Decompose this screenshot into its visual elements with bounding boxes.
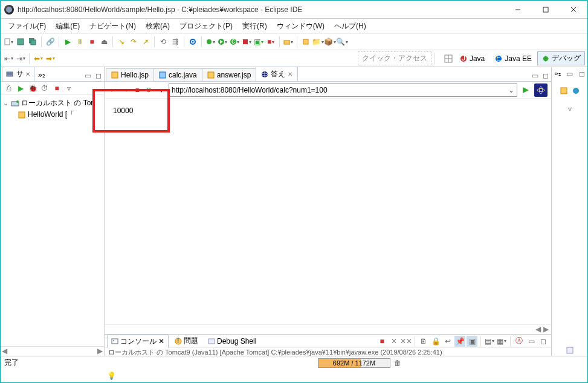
center-scrollbar[interactable]: ◀▶ [105, 324, 551, 334]
menu-project[interactable]: プロジェクト(P) [175, 20, 237, 33]
maximize-console-button[interactable]: ◻ [538, 336, 549, 347]
debug-dropdown[interactable] [205, 36, 216, 47]
open-perspective-button[interactable] [443, 53, 454, 64]
save-all-button[interactable] [27, 36, 38, 47]
console-open-button[interactable]: ▤ [484, 336, 495, 347]
forward-button[interactable]: ➡ [45, 53, 56, 64]
console-display-button[interactable]: ▦ [496, 336, 507, 347]
minimize-editor-button[interactable]: ▭ [529, 70, 540, 81]
minimize-button[interactable] [504, 1, 532, 19]
package-button[interactable] [300, 36, 311, 47]
close-tab-icon[interactable]: ✕ [158, 337, 164, 345]
new-server-dropdown[interactable] [283, 36, 294, 47]
console-show-button[interactable]: ▣ [467, 336, 477, 347]
expand-icon[interactable]: ⌄ [2, 100, 9, 106]
run-dropdown[interactable] [217, 36, 228, 47]
minimize-view-button[interactable]: ▭ [82, 70, 93, 81]
view-menu-button[interactable]: ▿ [63, 83, 74, 94]
indent-button[interactable]: ⇤ [3, 53, 14, 64]
project-dropdown[interactable]: 📦 [325, 36, 335, 47]
maximize-button[interactable] [532, 1, 560, 19]
tree-app-label: HelloWorld [「 [28, 110, 74, 120]
resume-button[interactable]: ▶ [62, 36, 73, 47]
debug-server-button[interactable]: 🐞 [27, 83, 38, 94]
menu-help[interactable]: ヘルプ(H) [329, 20, 371, 33]
terminate-button[interactable]: ■ [86, 36, 97, 47]
url-dropdown-icon[interactable]: ⌄ [508, 86, 514, 94]
breakpoints-icon[interactable] [570, 85, 581, 96]
console-removeall-button[interactable]: ✕✕ [401, 336, 412, 347]
minimize-right-button[interactable]: ▭ [564, 68, 575, 79]
console-wrap-button[interactable]: ↩ [442, 336, 453, 347]
menu-window[interactable]: ウィンドウ(W) [272, 20, 329, 33]
gear-button[interactable] [187, 36, 198, 47]
debugshell-tab[interactable]: Debug Shell [204, 336, 260, 347]
external-browser-button[interactable] [534, 83, 548, 97]
maximize-view-button[interactable]: ◻ [93, 70, 104, 81]
problems-tab[interactable]: ! 問題 [171, 335, 202, 347]
coverage-dropdown[interactable]: c [229, 36, 240, 47]
menu-file[interactable]: ファイル(F) [3, 20, 51, 33]
new-button[interactable] [3, 36, 14, 47]
start-button[interactable]: ▶ [15, 83, 26, 94]
tab-hello-jsp[interactable]: Hello.jsp [106, 68, 154, 81]
tree-server-row[interactable]: ⌄ ローカルホスト の Tor [2, 97, 103, 109]
menu-edit[interactable]: 編集(E) [51, 20, 85, 33]
console-clear-button[interactable]: 🗎 [418, 336, 429, 347]
close-button[interactable] [560, 1, 587, 19]
menu-run[interactable]: 実行(R) [237, 20, 272, 33]
step-into-button[interactable]: ↘ [116, 36, 127, 47]
save-button[interactable] [15, 36, 26, 47]
folder-dropdown[interactable]: 📁 [312, 36, 323, 47]
tab-calc-java[interactable]: calc.java [153, 68, 202, 81]
maximize-editor-button[interactable]: ◻ [540, 70, 551, 81]
profile-dropdown[interactable]: ■ [265, 36, 276, 47]
close-tab-icon[interactable]: ✕ [25, 71, 30, 77]
outdent-button[interactable]: ⇥ [15, 53, 26, 64]
stop-button[interactable]: ■ [51, 83, 62, 94]
back-button[interactable]: ⬅ [33, 53, 44, 64]
menu-search[interactable]: 検索(A) [141, 20, 175, 33]
left-scrollbar[interactable]: ◀▶ [1, 346, 104, 356]
variables-icon[interactable] [558, 85, 569, 96]
console-terminate-button[interactable]: ■ [376, 336, 387, 347]
gc-button[interactable]: 🗑 [393, 358, 402, 368]
go-button[interactable] [520, 84, 532, 96]
filter-button[interactable]: ⇶ [170, 36, 181, 47]
step-over-button[interactable]: ↷ [128, 36, 139, 47]
link-button[interactable]: 🔗 [45, 36, 56, 47]
console-scroll-lock-button[interactable]: 🔒 [430, 336, 441, 347]
disconnect-button[interactable]: ⏏ [99, 36, 109, 47]
right-menu-button[interactable]: ▿ [564, 103, 575, 114]
url-input[interactable]: http://localhost:8080/HelloWorld/calc?nu… [169, 83, 517, 97]
overflow-tab[interactable]: »₂ [34, 69, 49, 81]
perspective-debug[interactable]: デバッグ [537, 51, 585, 65]
search-dropdown[interactable]: 🔍 [337, 36, 347, 47]
maximize-right-button[interactable]: ◻ [577, 68, 587, 79]
right-overflow-tab[interactable]: »₂ [552, 68, 563, 79]
close-tab-icon[interactable]: ✕ [288, 71, 292, 77]
profile-server-button[interactable]: ⏱ [39, 83, 50, 94]
tab-answer-jsp[interactable]: answer.jsp [202, 68, 257, 81]
menu-navigate[interactable]: ナビゲート(N) [85, 20, 141, 33]
drop-frame-button[interactable]: ⟲ [158, 36, 169, 47]
outline-icon[interactable] [564, 345, 575, 356]
publish-button[interactable]: ⎙ [3, 83, 14, 94]
console-pin-button[interactable]: 📌 [454, 336, 465, 347]
perspective-javaee[interactable]: EE Java EE [490, 53, 536, 65]
svg-rect-34 [160, 72, 166, 78]
console-ansi-button[interactable]: Ⓐ [514, 336, 525, 347]
tab-answer-browser[interactable]: 答え ✕ [256, 67, 298, 81]
quick-access[interactable]: クイック・アクセス [358, 51, 431, 65]
step-return-button[interactable]: ↗ [140, 36, 151, 47]
console-tab[interactable]: コンソール ✕ [107, 335, 169, 348]
svg-rect-4 [5, 39, 10, 45]
servers-tab[interactable]: サ ✕ [2, 67, 34, 81]
suspend-button[interactable]: ⏸ [74, 36, 85, 47]
tree-app-row[interactable]: HelloWorld [「 [2, 109, 103, 120]
perspective-java[interactable]: J Java [455, 53, 489, 65]
server-dropdown[interactable]: ▣ [253, 36, 264, 47]
console-remove-button[interactable]: ✕ [389, 336, 399, 347]
minimize-console-button[interactable]: ▭ [526, 336, 537, 347]
ext-tools-dropdown[interactable] [241, 36, 252, 47]
